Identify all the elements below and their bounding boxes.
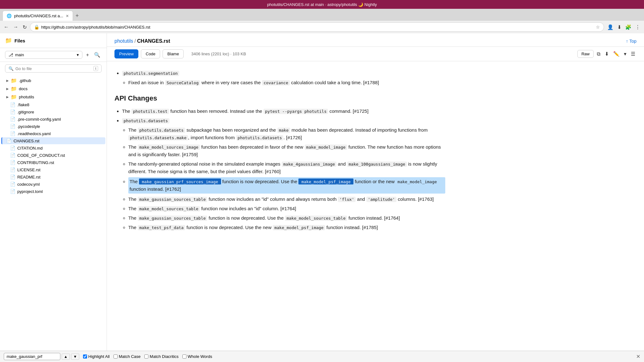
photutils-segmentation: photutils.segmentation bbox=[122, 70, 179, 76]
file-icon: 📄 bbox=[10, 182, 15, 187]
back-button[interactable]: ← bbox=[3, 23, 10, 31]
highlight-all-option[interactable]: Highlight All bbox=[83, 354, 110, 359]
branch-selector[interactable]: ⎇ main ▾ bbox=[5, 51, 82, 59]
api-item-2-label: photutils.datasets bbox=[122, 118, 169, 123]
highlight-all-checkbox[interactable] bbox=[83, 354, 87, 359]
file-icon: 📄 bbox=[10, 160, 15, 165]
tree-item-label: LICENSE.rst bbox=[17, 167, 41, 172]
new-tab-button[interactable]: + bbox=[73, 11, 81, 20]
top-link[interactable]: ↑ Top bbox=[626, 39, 636, 44]
file-icon: 📄 bbox=[10, 102, 15, 107]
title-bar-text: photutils/CHANGES.rst at main · astropy/… bbox=[267, 2, 377, 7]
tree-item-flake8[interactable]: 📄 .flake8 bbox=[1, 101, 105, 108]
breadcrumb-filename: CHANGES.rst bbox=[137, 38, 170, 44]
tree-item-pyproject[interactable]: 📄 pyproject.toml bbox=[1, 188, 105, 195]
tree-item-changes[interactable]: 📄 CHANGES.rst bbox=[1, 137, 105, 144]
branch-label: main bbox=[15, 52, 24, 57]
whole-words-checkbox[interactable] bbox=[182, 354, 186, 359]
tree-item-pycodestyle[interactable]: 📄 .pycodestyle bbox=[1, 123, 105, 130]
match-case-checkbox[interactable] bbox=[114, 354, 118, 359]
tree-item-license[interactable]: 📄 LICENSE.rst bbox=[1, 166, 105, 173]
breadcrumb: photutils / CHANGES.rst bbox=[114, 38, 170, 44]
tree-item-contributing[interactable]: 📄 CONTRIBUTING.rst bbox=[1, 159, 105, 166]
address-bar[interactable]: 🔒 ☆ bbox=[30, 22, 604, 32]
download-button[interactable]: ⬇ bbox=[616, 23, 623, 31]
forward-button[interactable]: → bbox=[12, 23, 19, 31]
tree-item-readme[interactable]: 📄 README.rst bbox=[1, 173, 105, 180]
tree-item-codecov[interactable]: 📄 codecov.yml bbox=[1, 181, 105, 188]
tab-bar: 🌐 photutils/CHANGES.rst a... ✕ + bbox=[0, 9, 644, 21]
search-close-button[interactable]: ✕ bbox=[636, 354, 640, 359]
highlight-text: The make_gaussian_prf_sources_image func… bbox=[130, 179, 438, 192]
match-diacritics-option[interactable]: Match Diacritics bbox=[144, 354, 179, 359]
tree-item-label: .readthedocs.yaml bbox=[17, 131, 51, 136]
branch-icon: ⎇ bbox=[8, 52, 13, 57]
api-item-1: The photutils.test function has been rem… bbox=[122, 108, 369, 114]
sidebar-header: 📁 Files bbox=[0, 33, 107, 48]
tree-item-label: photutils bbox=[19, 95, 34, 99]
title-bar: photutils/CHANGES.rst at main · astropy/… bbox=[0, 0, 644, 9]
search-next-button[interactable]: ▼ bbox=[71, 354, 79, 360]
extensions-button[interactable]: 🧩 bbox=[624, 23, 633, 31]
tab-preview-button[interactable]: Preview bbox=[114, 49, 138, 58]
tree-item-readthedocs[interactable]: 📄 .readthedocs.yaml bbox=[1, 130, 105, 137]
tree-item-citation[interactable]: 📄 CITATION.md bbox=[1, 145, 105, 151]
chevron-right-icon: ▶ bbox=[6, 79, 9, 82]
add-file-button[interactable]: + bbox=[85, 51, 90, 59]
search-input[interactable] bbox=[4, 353, 60, 360]
more-button[interactable]: ▾ bbox=[623, 50, 628, 58]
tab-blame-button[interactable]: Blame bbox=[163, 49, 184, 58]
folder-icon: 📁 bbox=[11, 86, 17, 92]
file-icon: 📄 bbox=[10, 189, 15, 194]
tree-item-docs[interactable]: ▶ 📁 docs bbox=[1, 85, 105, 93]
tree-item-label: pyproject.toml bbox=[17, 189, 43, 194]
tree-item-label: .pycodestyle bbox=[17, 124, 40, 129]
chevron-right-icon: ▶ bbox=[6, 87, 9, 90]
tree-item-photutils[interactable]: ▶ 📁 photutils bbox=[1, 93, 105, 101]
file-icon: 📄 bbox=[10, 109, 15, 114]
file-icon: 📄 bbox=[10, 174, 15, 179]
breadcrumb-repo-link[interactable]: photutils bbox=[114, 38, 133, 44]
download-button[interactable]: ⬇ bbox=[603, 50, 610, 58]
search-prev-button[interactable]: ▲ bbox=[62, 354, 70, 360]
address-input[interactable] bbox=[41, 25, 594, 30]
match-case-option[interactable]: Match Case bbox=[114, 354, 141, 359]
match-diacritics-checkbox[interactable] bbox=[144, 354, 148, 359]
whole-words-label: Whole Words bbox=[188, 354, 212, 359]
file-icon: 📄 bbox=[10, 167, 15, 172]
menu-button[interactable]: ⋮ bbox=[634, 23, 641, 31]
browser-tab[interactable]: 🌐 photutils/CHANGES.rst a... ✕ bbox=[3, 11, 73, 21]
tree-item-codeofconduct[interactable]: 📄 CODE_OF_CONDUCT.rst bbox=[1, 152, 105, 159]
tree-item-gitignore[interactable]: 📄 .gitignore bbox=[1, 108, 105, 115]
edit-button[interactable]: ✏️ bbox=[612, 50, 621, 58]
search-files-button[interactable]: 🔍 bbox=[93, 51, 102, 59]
raw-button[interactable]: Raw bbox=[577, 50, 594, 58]
search-icon: 🔍 bbox=[8, 66, 14, 71]
shortcut-label: t bbox=[93, 66, 98, 71]
tab-code-button[interactable]: Code bbox=[141, 49, 160, 58]
list-item: The randomly-generated optional noise in… bbox=[128, 160, 445, 175]
file-icon: 📄 bbox=[6, 138, 12, 143]
nav-bar: ← → ↻ 🔒 ☆ 👤 ⬇ 🧩 ⋮ bbox=[0, 21, 644, 33]
search-file-bar[interactable]: 🔍 t bbox=[5, 64, 102, 73]
profile-button[interactable]: 👤 bbox=[606, 23, 615, 31]
tree-item-label: CONTRIBUTING.rst bbox=[17, 160, 54, 165]
content-area: photutils / CHANGES.rst ↑ Top Preview Co… bbox=[107, 33, 644, 351]
lock-icon: 🔒 bbox=[34, 25, 39, 30]
tree-item-github[interactable]: ▶ 📁 .github bbox=[1, 77, 105, 85]
bookmark-icon[interactable]: ☆ bbox=[596, 25, 600, 30]
file-toolbar: Preview Code Blame 3406 lines (2201 loc)… bbox=[107, 47, 644, 61]
arrow-up-icon: ↑ bbox=[626, 39, 628, 44]
reload-button[interactable]: ↻ bbox=[21, 23, 28, 31]
tree-item-label: CHANGES.rst bbox=[14, 139, 39, 143]
tree-item-label: .gitignore bbox=[17, 110, 34, 114]
go-to-file-input[interactable] bbox=[15, 66, 92, 71]
list-item: The photutils.datasets subpackage has be… bbox=[128, 126, 445, 141]
whole-words-option[interactable]: Whole Words bbox=[182, 354, 212, 359]
tree-item-precommit[interactable]: 📄 .pre-commit-config.yaml bbox=[1, 116, 105, 123]
tab-close-button[interactable]: ✕ bbox=[66, 14, 69, 18]
list-view-button[interactable]: ☰ bbox=[630, 50, 636, 58]
tab-label: photutils/CHANGES.rst a... bbox=[14, 14, 63, 18]
file-icon: 📄 bbox=[10, 153, 15, 158]
copy-button[interactable]: ⧉ bbox=[596, 50, 602, 58]
